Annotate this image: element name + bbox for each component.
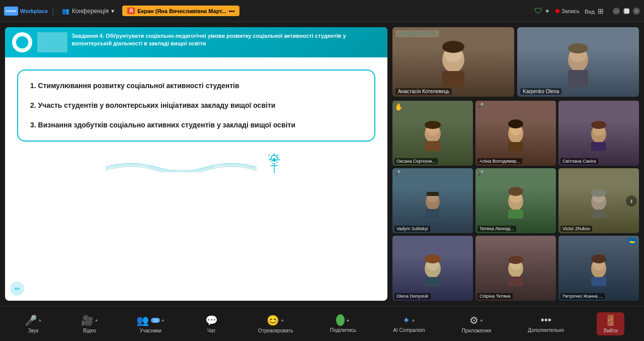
video-name-9: Петрочко Жанна ... (560, 293, 605, 299)
video-tile-5: 🎤 Тетяна Леоніді... (475, 168, 556, 233)
view-button[interactable]: Вид ⊞ (585, 7, 604, 15)
ai-companion-button[interactable]: ✦ ▲ AI Companion (389, 313, 429, 335)
more-label: Дополнительно (528, 327, 564, 333)
react-button[interactable]: 😊 ▲ Отреагировать (254, 312, 297, 335)
workplace-label: Workplace (20, 8, 48, 14)
share-label: Поділитись (330, 327, 356, 333)
svg-point-35 (508, 187, 523, 196)
conference-menu[interactable]: 👥 Конференція ▾ (58, 6, 118, 16)
video-name-6: Victor Zhukov (560, 226, 592, 232)
wave-decoration (106, 155, 257, 172)
university-logo (12, 32, 32, 52)
share-arrow: ▲ (346, 318, 350, 322)
screenshare-button[interactable]: Я Екран (Яна Вячеславівна Март... ••• (122, 6, 239, 16)
chat-icon: 💬 (205, 314, 218, 326)
camera-icon: 🎥 (81, 314, 94, 326)
slide-point-2: 2. Участь студентів у волонтерських ініц… (30, 100, 362, 111)
video-tile-7: Olena Denysiuk (392, 236, 473, 301)
video-name-1: Оксана Сєргєєнк... (394, 158, 438, 164)
react-icon: 😊 (267, 314, 279, 326)
mic-toolbar-icon: 🎤 (25, 314, 37, 326)
title-bar: zoom Workplace | 👥 Конференція ▾ Я Екран… (0, 0, 644, 22)
grid-icon: ⊞ (598, 7, 604, 15)
more-button[interactable]: ••• Дополнительно (524, 312, 568, 335)
speaker-name-1: Анастасія Котелевець (395, 88, 452, 95)
svg-rect-31 (427, 192, 439, 196)
svg-point-43 (425, 254, 441, 263)
react-label: Отреагировать (258, 328, 293, 333)
slide-point-3: 3. Визнання здобутків соціально активних… (30, 120, 362, 130)
chat-icon-group: 💬 (205, 314, 218, 326)
svg-rect-25 (591, 142, 606, 151)
next-page-button[interactable]: › (626, 195, 637, 207)
speaker-avatar-1 (433, 37, 473, 87)
star-icon: ✦ (544, 7, 550, 15)
maximize-button[interactable]: ⬜ (623, 8, 630, 15)
security-button[interactable]: 🛡 ✦ (534, 7, 550, 16)
main-content: Завдання 4. Обґрунтувати соціально-педаг… (0, 22, 644, 306)
ai-companion-label: AI Companion (393, 327, 425, 333)
video-tile-1: ✋ Оксана Сєргєєнк... (392, 101, 473, 166)
share-button[interactable]: ⬆ ▲ Поділитись (326, 312, 360, 335)
leave-label: Вийти (604, 328, 618, 333)
university-badge-1: УНІВЕРСИТЕТ (395, 30, 439, 37)
participants-arrow: ▲ (161, 318, 165, 322)
leave-button[interactable]: 🚪 Вийти (597, 312, 624, 335)
share-icon-group: ⬆ ▲ (336, 314, 350, 326)
svg-rect-33 (508, 210, 523, 219)
svg-point-15 (568, 43, 588, 53)
shield-icon: 🛡 (534, 7, 542, 16)
react-icon-group: 😊 ▲ (267, 314, 284, 326)
record-button[interactable]: Запись (555, 8, 580, 14)
participants-area: УНІВЕРСИТЕТ Анастасія Котелевець Karpenk… (392, 27, 639, 301)
audio-arrow: ▲ (38, 318, 42, 322)
face-1 (419, 116, 447, 151)
participants-icon-group: 👥 19 ▲ (136, 314, 165, 326)
video-name-2: Аліна Володимир... (477, 158, 522, 164)
video-tile-9: 🇺🇦 Петрочко Жанна ... (558, 236, 639, 301)
zoom-logo: zoom Workplace (4, 7, 48, 16)
ai-icon: ✦ (403, 315, 410, 326)
face-4 (419, 183, 447, 219)
audio-icon-group: 🎤 ▲ (25, 314, 42, 326)
close-button[interactable]: ✕ (633, 8, 640, 15)
video-tile-4: 🎤 Vadym Sulitskyi (392, 168, 473, 233)
speaker-avatar-2 (558, 37, 598, 87)
svg-point-47 (508, 256, 523, 264)
video-tile-3: Світлана Саніга (558, 101, 639, 166)
apps-arrow: ▲ (479, 318, 484, 322)
svg-rect-49 (591, 277, 606, 286)
participants-label: Учасники (140, 328, 162, 333)
ai-arrow: ▲ (411, 318, 415, 322)
view-label: Вид (585, 9, 595, 15)
mic-icon-2: 🎤 (477, 103, 484, 108)
video-name-3: Світлана Саніга (560, 158, 598, 164)
slide-content-box: 1. Стимулювання розвитку соціальної акти… (17, 70, 375, 142)
speaker-tile-2: Karpenko Olena (517, 27, 639, 97)
zoom-icon: zoom (4, 7, 18, 16)
minimize-button[interactable]: — (613, 8, 620, 15)
chat-button[interactable]: 💬 Чат (198, 312, 225, 335)
speaker-name-2: Karpenko Olena (520, 88, 561, 95)
face-5 (502, 183, 530, 219)
svg-point-39 (591, 189, 606, 197)
edit-pencil-button[interactable]: ✏ (10, 282, 24, 296)
speakers-row: УНІВЕРСИТЕТ Анастасія Котелевець Karpenk… (392, 27, 639, 97)
apps-icon-group: ⚙ ▲ (469, 314, 484, 326)
audio-button[interactable]: 🎤 ▲ Звук (20, 312, 47, 335)
conference-icon: 👥 (62, 8, 69, 15)
svg-point-27 (591, 121, 606, 129)
react-arrow: ▲ (280, 318, 284, 322)
video-button[interactable]: 🎥 ▲ Відео (76, 312, 104, 335)
participants-button[interactable]: 👥 19 ▲ Учасники (132, 312, 169, 335)
slide-header: Завдання 4. Обґрунтувати соціально-педаг… (5, 27, 387, 57)
svg-line-6 (269, 155, 270, 156)
apps-label: Приложения (462, 328, 492, 333)
share-icon: ⬆ (336, 314, 345, 326)
video-tile-2: 🎤 Аліна Володимир... (475, 101, 556, 166)
apps-button[interactable]: ⚙ ▲ Приложения (458, 312, 496, 335)
video-name-8: Спіріна Тетяна (477, 293, 513, 299)
svg-rect-9 (442, 71, 464, 87)
face-6 (585, 183, 613, 219)
participants-icon: 👥 (136, 314, 149, 326)
